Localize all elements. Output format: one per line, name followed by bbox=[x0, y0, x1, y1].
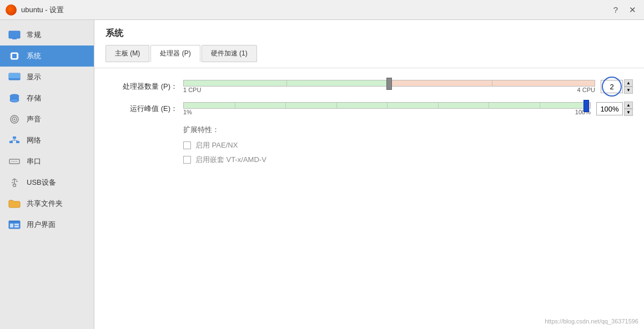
sidebar-label-display: 显示 bbox=[27, 72, 41, 82]
exec-decrement-button[interactable]: ▼ bbox=[624, 109, 633, 116]
cpu-spinbox-arrows: ▲ ▼ bbox=[624, 79, 633, 94]
exec-slider-wrapper: 1% 100% bbox=[183, 102, 591, 115]
extended-props-title: 扩展特性： bbox=[183, 125, 633, 135]
tab-acceleration[interactable]: 硬件加速 (1) bbox=[202, 45, 257, 62]
monitor-icon bbox=[8, 30, 21, 40]
sidebar-label-shared: 共享文件夹 bbox=[27, 199, 63, 209]
folder-icon bbox=[8, 199, 21, 209]
cpu-max-label: 4 CPU bbox=[577, 87, 595, 93]
cpu-spinbox-container: 2 ▲ ▼ bbox=[601, 79, 633, 94]
sidebar-label-network: 网络 bbox=[27, 135, 41, 145]
sidebar-label-serial: 串口 bbox=[27, 156, 41, 166]
sidebar-item-ui[interactable]: 用户界面 bbox=[0, 214, 94, 235]
sidebar-item-usb[interactable]: USB设备 bbox=[0, 172, 94, 193]
exec-increment-button[interactable]: ▲ bbox=[624, 102, 633, 109]
network-icon bbox=[8, 135, 21, 145]
extended-props: 扩展特性： 启用 PAE/NX 启用嵌套 VT-x/AMD-V bbox=[183, 125, 633, 165]
exec-cap-row: 运行峰值 (E)： bbox=[105, 102, 633, 116]
usb-icon bbox=[8, 178, 21, 188]
content-body: 处理器数量 (P)： bbox=[94, 68, 644, 329]
cpu-count-row: 处理器数量 (P)： bbox=[105, 79, 633, 94]
svg-rect-19 bbox=[9, 141, 13, 143]
tab-motherboard[interactable]: 主板 (M) bbox=[105, 45, 149, 62]
svg-rect-1 bbox=[12, 38, 17, 39]
sidebar: 常规 系统 bbox=[0, 20, 94, 329]
svg-rect-38 bbox=[14, 224, 19, 225]
cpu-count-label: 处理器数量 (P)： bbox=[105, 82, 178, 92]
svg-rect-37 bbox=[10, 224, 13, 227]
serial-icon bbox=[8, 156, 21, 166]
help-button[interactable]: ? bbox=[611, 5, 620, 14]
pae-checkbox[interactable] bbox=[183, 141, 191, 149]
cpu-decrement-button[interactable]: ▼ bbox=[624, 87, 633, 94]
svg-rect-0 bbox=[9, 31, 20, 38]
content-area: 系统 主板 (M) 处理器 (P) 硬件加速 (1) 处理器数量 (P)： bbox=[94, 20, 644, 329]
exec-count-input[interactable]: 100% bbox=[596, 102, 623, 115]
cpu-count-input[interactable]: 2 bbox=[601, 80, 623, 93]
exec-cap-label: 运行峰值 (E)： bbox=[105, 104, 178, 114]
cpu-spinbox-circle: 2 bbox=[601, 80, 623, 93]
svg-point-17 bbox=[14, 119, 16, 120]
ui-icon bbox=[8, 220, 21, 230]
tab-bar: 主板 (M) 处理器 (P) 硬件加速 (1) bbox=[105, 45, 633, 62]
storage-icon bbox=[8, 93, 21, 103]
titlebar-title: ubuntu - 设置 bbox=[21, 5, 64, 15]
svg-rect-36 bbox=[9, 221, 20, 222]
cpu-slider-thumb[interactable] bbox=[386, 78, 392, 90]
sidebar-item-display[interactable]: 显示 bbox=[0, 67, 94, 88]
sidebar-item-audio[interactable]: 声音 bbox=[0, 109, 94, 130]
sidebar-label-general: 常规 bbox=[27, 30, 41, 40]
titlebar-controls: ? ✕ bbox=[611, 5, 638, 15]
exec-slider-thumb[interactable] bbox=[583, 100, 589, 112]
exec-min-label: 1% bbox=[183, 109, 192, 115]
cpu-increment-button[interactable]: ▲ bbox=[624, 79, 633, 87]
svg-rect-24 bbox=[9, 159, 19, 164]
sidebar-item-shared[interactable]: 共享文件夹 bbox=[0, 193, 94, 214]
sidebar-label-storage: 存储 bbox=[27, 93, 41, 103]
sidebar-item-network[interactable]: 网络 bbox=[0, 130, 94, 151]
exec-spinbox-arrows: ▲ ▼ bbox=[624, 102, 633, 116]
page-title: 系统 bbox=[105, 28, 633, 39]
display-icon bbox=[8, 72, 21, 82]
exec-range-labels: 1% 100% bbox=[183, 109, 591, 115]
exec-spinbox-container: 100% ▲ ▼ bbox=[596, 102, 633, 116]
pae-label: 启用 PAE/NX bbox=[195, 140, 238, 150]
audio-icon bbox=[8, 114, 21, 124]
sidebar-label-audio: 声音 bbox=[27, 114, 41, 124]
sidebar-item-general[interactable]: 常规 bbox=[0, 24, 94, 45]
svg-point-29 bbox=[13, 184, 16, 187]
sidebar-label-system: 系统 bbox=[27, 51, 41, 61]
close-button[interactable]: ✕ bbox=[627, 5, 638, 15]
titlebar-left: ubuntu - 设置 bbox=[6, 4, 64, 16]
app-body: 常规 系统 bbox=[0, 20, 644, 329]
sidebar-item-system[interactable]: 系统 bbox=[0, 45, 94, 67]
ubuntu-logo bbox=[6, 4, 17, 16]
cpu-slider-wrapper: 1 CPU 4 CPU bbox=[183, 80, 595, 93]
cpu-min-label: 1 CPU bbox=[183, 87, 201, 93]
vt-checkbox-row: 启用嵌套 VT-x/AMD-V bbox=[183, 155, 633, 165]
cpu-icon bbox=[8, 51, 21, 61]
vt-checkbox[interactable] bbox=[183, 156, 191, 164]
content-header: 系统 主板 (M) 处理器 (P) 硬件加速 (1) bbox=[94, 20, 644, 68]
svg-rect-11 bbox=[9, 73, 20, 78]
vt-label: 启用嵌套 VT-x/AMD-V bbox=[195, 155, 266, 165]
sidebar-item-serial[interactable]: 串口 bbox=[0, 151, 94, 172]
svg-rect-18 bbox=[13, 136, 16, 139]
pae-checkbox-row: 启用 PAE/NX bbox=[183, 140, 633, 150]
sidebar-item-storage[interactable]: 存储 bbox=[0, 88, 94, 109]
svg-rect-3 bbox=[12, 54, 17, 58]
svg-line-22 bbox=[11, 140, 14, 141]
watermark: https://blog.csdn.net/qq_36371596 bbox=[545, 318, 638, 325]
tab-processor[interactable]: 处理器 (P) bbox=[150, 45, 200, 62]
titlebar: ubuntu - 设置 ? ✕ bbox=[0, 0, 644, 20]
sidebar-label-ui: 用户界面 bbox=[27, 220, 56, 230]
svg-line-23 bbox=[14, 140, 18, 141]
svg-rect-39 bbox=[14, 226, 19, 227]
svg-rect-20 bbox=[16, 141, 19, 143]
svg-point-14 bbox=[10, 99, 19, 102]
sidebar-label-usb: USB设备 bbox=[27, 178, 56, 188]
